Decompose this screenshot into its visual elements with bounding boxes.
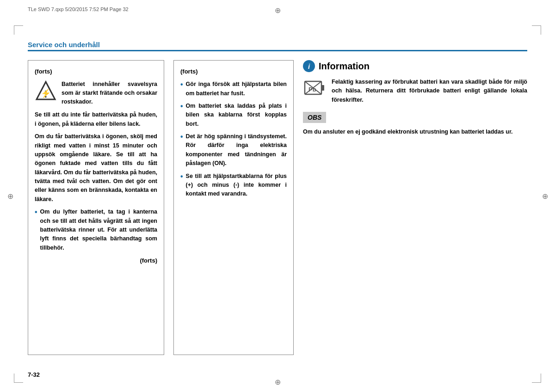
info-icon: i: [303, 60, 315, 72]
right-section: i Information Pb Felaktig kassering av f…: [303, 60, 527, 355]
middle-bullet-dot-4: •: [180, 172, 183, 199]
middle-bullet1-text: Gör inga försök att hjälpstarta bilen om…: [186, 80, 287, 98]
warning-triangle-icon: ! ⚡: [35, 80, 57, 102]
obs-box: OBS: [303, 112, 326, 123]
obs-text: Om du ansluter en ej godkänd elektronisk…: [303, 128, 527, 136]
crosshair-right: [540, 191, 549, 201]
obs-label: OBS: [308, 114, 321, 121]
crosshair-bottom: [273, 377, 282, 386]
left-bullet1-text: Om du lyfter batteriet, ta tag i kantern…: [40, 208, 157, 252]
info-title: Information: [319, 61, 370, 72]
corner-mark-br: [532, 374, 541, 383]
left-bullet1: • Om du lyfter batteriet, ta tag i kante…: [35, 208, 157, 252]
header-bar: TLe SWD 7.qxp 5/20/2015 7:52 PM Page 32: [28, 6, 527, 12]
corner-mark-bl: [14, 374, 23, 383]
section-title-text: Service och underhåll: [28, 41, 100, 49]
left-body2: Om du får batterivätska i ögonen, skölj …: [35, 132, 157, 204]
left-forts-end: (forts): [35, 256, 157, 265]
middle-bullet-dot-2: •: [180, 102, 183, 129]
middle-bullet3-text: Det är hög spänning i tändsystemet. Rör …: [186, 132, 287, 168]
corner-mark-tr: [532, 25, 541, 35]
left-body1: Se till att du inte får batterivätska på…: [35, 110, 157, 129]
middle-bullet4-text: Se till att hjälpstartkablarna för plus …: [186, 172, 287, 199]
content-area: (forts) ! ⚡ Batteriet innehåller svavels…: [28, 60, 527, 355]
middle-bullet-dot-3: •: [180, 132, 183, 168]
page-number: 7-32: [28, 371, 40, 378]
middle-forts-label: (forts): [180, 67, 287, 76]
svg-rect-5: [321, 85, 324, 91]
middle-bullet1: • Gör inga försök att hjälpstarta bilen …: [180, 80, 287, 98]
section-title-line: [28, 50, 527, 51]
middle-bullet-dot-1: •: [180, 80, 183, 98]
warning-text: Batteriet innehåller svavelsyra som är s…: [62, 80, 157, 106]
left-forts-label: (forts): [35, 67, 157, 76]
middle-bullet2: • Om batteriet ska laddas på plats i bil…: [180, 102, 287, 129]
crosshair-left: [6, 191, 15, 201]
header-text: TLe SWD 7.qxp 5/20/2015 7:52 PM Page 32: [28, 6, 129, 12]
svg-text:⚡: ⚡: [41, 88, 51, 98]
middle-bullet2-text: Om batteriet ska laddas på plats i bilen…: [186, 102, 287, 129]
warning-block: ! ⚡ Batteriet innehåller svavelsyra som …: [35, 80, 157, 106]
info-text: Felaktig kassering av förbrukat batteri …: [332, 78, 527, 104]
middle-bullet3: • Det är hög spänning i tändsystemet. Rö…: [180, 132, 287, 168]
bullet-dot-1: •: [35, 208, 37, 252]
middle-bullet4: • Se till att hjälpstartkablarna för plu…: [180, 172, 287, 199]
battery-recycle-icon: Pb: [303, 78, 327, 102]
info-header: i Information: [303, 60, 527, 72]
left-box: (forts) ! ⚡ Batteriet innehåller svavels…: [28, 60, 164, 355]
section-title-area: Service och underhåll: [28, 41, 527, 51]
middle-box: (forts) • Gör inga försök att hjälpstart…: [173, 60, 294, 355]
info-body: Pb Felaktig kassering av förbrukat batte…: [303, 78, 527, 104]
corner-mark-tl: [14, 25, 23, 35]
